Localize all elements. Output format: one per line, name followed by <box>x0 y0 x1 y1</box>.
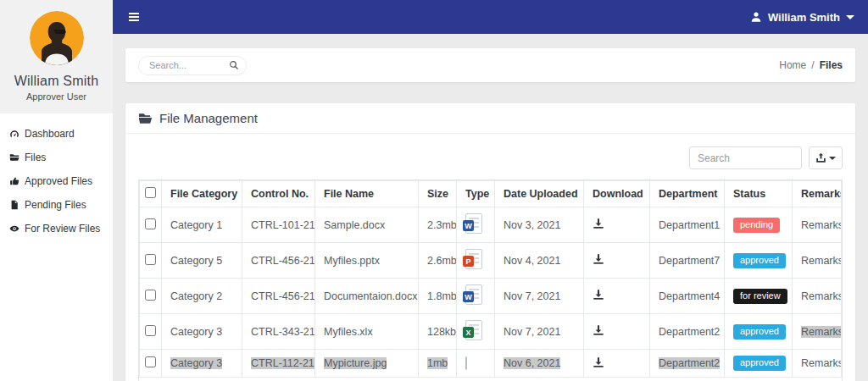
cell-control-no: CTRL-112-21 <box>242 350 315 378</box>
cell-file-category: Category 2 <box>162 279 242 314</box>
column-header[interactable]: Size <box>419 181 457 207</box>
download-icon <box>593 324 604 336</box>
profile-name: William Smith <box>3 74 109 89</box>
user-menu[interactable]: William Smith <box>750 11 854 24</box>
word-file-icon: W <box>465 213 482 234</box>
cell-file-category: Category 1 <box>162 207 242 243</box>
cell-file-name: Documentaion.docx <box>315 279 419 314</box>
cell-control-no: CTRL-343-21 <box>242 314 315 350</box>
cell-size: 1.8mb <box>419 279 457 314</box>
cell-status: pending <box>725 207 793 243</box>
sidebar-item-label: Dashboard <box>25 128 75 140</box>
column-header[interactable]: Status <box>725 181 793 207</box>
cell-remarks: Remarks <box>793 314 842 350</box>
pagination-info: Showing 1 to 5 of 5 rows <box>139 378 842 381</box>
excel-file-icon: X <box>465 320 482 340</box>
cell-remarks: Remarks <box>793 207 842 243</box>
table-container: File CategoryControl No.File NameSizeTyp… <box>138 179 843 381</box>
table-search <box>689 146 802 169</box>
row-checkbox[interactable] <box>145 356 156 367</box>
cell-status: approved <box>725 350 793 378</box>
sidebar-item-dashboard[interactable]: Dashboard <box>0 122 113 146</box>
menu-icon[interactable] <box>129 13 139 21</box>
cell-status: for review <box>725 279 793 314</box>
row-checkbox[interactable] <box>145 218 156 229</box>
cell-download <box>584 279 650 314</box>
download-button[interactable] <box>593 356 604 371</box>
column-header[interactable]: Type <box>457 181 495 207</box>
download-button[interactable] <box>593 324 604 339</box>
card-body: File CategoryControl No.File NameSizeTyp… <box>125 134 855 381</box>
table-row: Category 3CTRL-343-21Myfiles.xlx128kbXNo… <box>140 314 842 350</box>
dashboard-icon <box>9 129 19 139</box>
cell-size: 2.3mb <box>419 207 457 243</box>
cell-type: P <box>457 243 495 279</box>
select-all-checkbox[interactable] <box>145 187 156 198</box>
cell-select <box>140 207 162 243</box>
column-header[interactable]: Date Uploaded <box>495 181 584 207</box>
column-header[interactable]: File Category <box>162 181 242 207</box>
page-title: File Management <box>159 111 258 125</box>
cell-select <box>140 314 162 350</box>
breadcrumb-current: Files <box>820 59 843 71</box>
table-row: Category 1CTRL-101-21Sample.docx2.3mbWNo… <box>140 207 842 243</box>
status-badge: approved <box>733 356 786 371</box>
cell-date-uploaded: Nov 4, 2021 <box>495 243 584 279</box>
status-badge: approved <box>733 324 786 340</box>
sidebar-item-files[interactable]: Files <box>0 146 113 169</box>
cell-date-uploaded: Nov 7, 2021 <box>495 314 584 350</box>
column-header[interactable]: Download <box>584 181 650 207</box>
sidebar: William Smith Approver User Dashboard Fi… <box>0 0 113 381</box>
export-icon <box>815 152 826 163</box>
cell-select <box>140 243 162 279</box>
export-button[interactable] <box>809 146 843 169</box>
cell-date-uploaded: Nov 3, 2021 <box>495 207 584 243</box>
table-row: Category 5CTRL-456-21Myfiles.pptx2.6mbPN… <box>140 243 842 279</box>
folder-icon <box>9 152 19 163</box>
select-all-header <box>140 181 162 207</box>
cell-type <box>457 350 495 378</box>
breadcrumb: Home / Files <box>779 59 843 71</box>
table-header-row: File CategoryControl No.File NameSizeTyp… <box>140 181 842 207</box>
cell-department: Department4 <box>650 279 725 314</box>
cell-download <box>584 243 650 279</box>
table-row: Category 3CTRL-112-21Mypicture.jpg1mbNov… <box>140 350 842 378</box>
row-checkbox[interactable] <box>145 290 156 301</box>
user-avatar <box>30 11 84 65</box>
profile-role: Approver User <box>3 91 109 102</box>
cell-type: X <box>457 314 495 350</box>
status-badge: for review <box>733 289 787 304</box>
table-search-input[interactable] <box>689 146 802 169</box>
cell-department: Department7 <box>650 243 725 279</box>
sidebar-item-for-review-files[interactable]: For Review Files <box>0 217 113 240</box>
file-management-card: File Management File CategoryControl No.… <box>125 103 855 381</box>
sidebar-item-approved-files[interactable]: Approved Files <box>0 169 113 193</box>
search-icon[interactable] <box>229 60 239 70</box>
cell-remarks: Remarks <box>793 279 842 314</box>
download-button[interactable] <box>593 218 604 232</box>
cell-size: 1mb <box>419 350 457 378</box>
table-toolbar <box>138 146 843 169</box>
column-header[interactable]: Department <box>650 181 725 207</box>
file-icon <box>9 200 19 210</box>
breadcrumb-home[interactable]: Home <box>779 59 806 71</box>
cell-control-no: CTRL-456-21 <box>242 243 315 279</box>
breadcrumb-separator: / <box>811 59 814 71</box>
download-button[interactable] <box>593 253 604 268</box>
chevron-down-icon <box>829 157 836 160</box>
column-header[interactable]: Control No. <box>242 181 315 207</box>
cell-file-name: Myfiles.pptx <box>315 243 419 279</box>
download-button[interactable] <box>593 289 604 303</box>
sidebar-item-label: Files <box>25 152 46 163</box>
eye-icon <box>9 224 19 234</box>
column-header[interactable]: Remarks <box>793 181 842 207</box>
chevron-down-icon <box>846 15 854 19</box>
column-header[interactable]: File Name <box>315 181 419 207</box>
row-checkbox[interactable] <box>145 325 156 336</box>
cell-file-name: Sample.docx <box>315 207 419 243</box>
top-navbar: William Smith <box>113 0 868 34</box>
sidebar-item-pending-files[interactable]: Pending Files <box>0 193 113 217</box>
cell-file-name: Mypicture.jpg <box>315 350 419 378</box>
row-checkbox[interactable] <box>145 254 156 265</box>
cell-file-category: Category 3 <box>162 350 242 378</box>
